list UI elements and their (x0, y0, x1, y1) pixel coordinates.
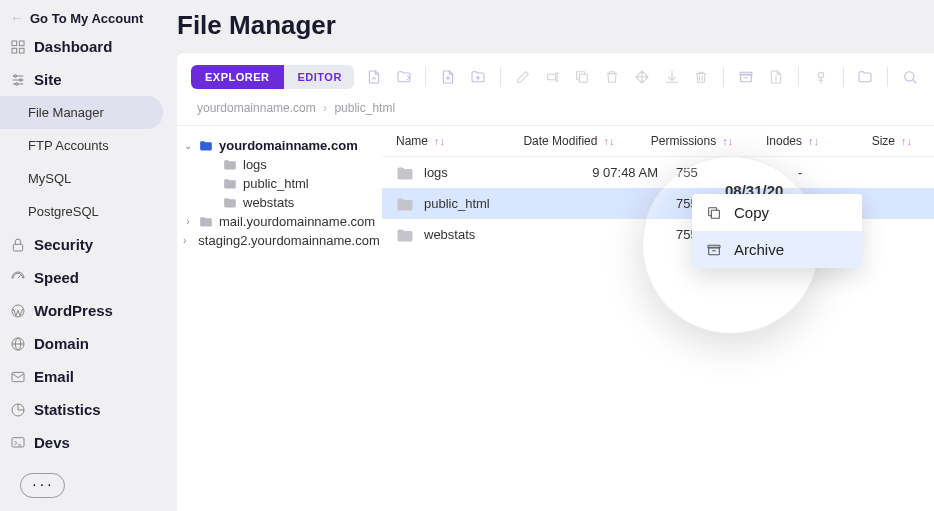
tree-item-staging[interactable]: › staging2.yourdomainname.com (183, 231, 376, 250)
col-inodes[interactable]: Inodes↑↓ (766, 134, 872, 148)
nav-statistics[interactable]: Statistics (0, 393, 177, 426)
svg-line-11 (18, 275, 21, 278)
nav-devs[interactable]: Devs (0, 426, 177, 459)
nav-dashboard[interactable]: Dashboard (0, 30, 177, 63)
file-inodes: - (798, 165, 910, 180)
col-size[interactable]: Size↑↓ (872, 134, 920, 148)
col-name[interactable]: Name↑↓ (396, 134, 523, 148)
new-folder-icon[interactable] (468, 67, 488, 87)
breadcrumb: yourdomainname.com › public_html (177, 101, 934, 125)
tree-item-mail[interactable]: › mail.yourdomainname.com (183, 212, 376, 231)
new-file-icon[interactable] (438, 67, 458, 87)
folder-icon (199, 216, 213, 228)
tree-item-label: public_html (243, 176, 309, 191)
tab-explorer[interactable]: EXPLORER (191, 65, 284, 89)
nav-mysql[interactable]: MySQL (0, 162, 177, 195)
file-name: webstats (424, 227, 541, 242)
back-link-label: Go To My Account (30, 11, 143, 26)
svg-rect-3 (19, 48, 24, 53)
col-permissions[interactable]: Permissions↑↓ (651, 134, 766, 148)
nav-ftp-accounts[interactable]: FTP Accounts (0, 129, 177, 162)
tree-item-webstats[interactable]: webstats (207, 193, 376, 212)
folder-tree: ⌄ yourdomainname.com logs (177, 126, 382, 511)
tool-finder-button[interactable]: · · · (20, 473, 65, 498)
nav-security[interactable]: Security (0, 228, 177, 261)
archive-icon (706, 242, 722, 258)
nav-mysql-label: MySQL (28, 171, 71, 186)
folder-settings-icon[interactable] (856, 67, 876, 87)
tree-root[interactable]: ⌄ yourdomainname.com (183, 136, 376, 155)
rename-icon[interactable] (543, 67, 563, 87)
copy-icon[interactable] (572, 67, 592, 87)
archive-icon[interactable] (736, 67, 756, 87)
svg-point-33 (818, 72, 823, 77)
file-row-logs[interactable]: logs 9 07:48 AM 755 - (382, 157, 934, 188)
nav-speed-label: Speed (34, 269, 79, 286)
download-icon[interactable] (662, 67, 682, 87)
context-archive-label: Archive (734, 241, 784, 258)
mail-icon (10, 369, 26, 385)
search-icon[interactable] (900, 67, 920, 87)
svg-rect-18 (12, 437, 24, 446)
globe-icon (10, 336, 26, 352)
terminal-icon (10, 435, 26, 451)
new-file-small-icon[interactable] (364, 67, 384, 87)
svg-rect-38 (708, 245, 720, 248)
svg-rect-30 (740, 72, 752, 75)
svg-rect-10 (13, 244, 22, 251)
breadcrumb-root[interactable]: yourdomainname.com (197, 101, 316, 115)
tree-root-label: yourdomainname.com (219, 138, 358, 153)
tree-item-public-html[interactable]: public_html (207, 174, 376, 193)
tab-editor[interactable]: EDITOR (284, 65, 354, 89)
svg-rect-16 (12, 372, 24, 381)
svg-rect-26 (580, 74, 588, 82)
breadcrumb-current: public_html (334, 101, 395, 115)
nav-site[interactable]: Site (0, 63, 177, 96)
new-folder-small-icon[interactable] (394, 67, 414, 87)
nav-file-manager[interactable]: File Manager (0, 96, 163, 129)
edit-icon[interactable] (513, 67, 533, 87)
svg-rect-0 (12, 41, 17, 46)
nav-email-label: Email (34, 368, 74, 385)
nav-statistics-label: Statistics (34, 401, 101, 418)
nav-domain[interactable]: Domain (0, 327, 177, 360)
nav-speed[interactable]: Speed (0, 261, 177, 294)
tree-item-label: staging2.yourdomainname.com (198, 233, 379, 248)
wordpress-icon (10, 303, 26, 319)
svg-rect-2 (12, 48, 17, 53)
explorer-editor-toggle: EXPLORER EDITOR (191, 65, 354, 89)
svg-rect-24 (547, 74, 555, 79)
folder-icon (396, 228, 414, 242)
context-menu: Copy Archive (692, 194, 862, 268)
folder-icon (223, 197, 237, 209)
chevron-right-icon: › (323, 101, 327, 115)
nav-file-manager-label: File Manager (28, 105, 104, 120)
sidebar: ← Go To My Account Dashboard Site File M… (0, 0, 177, 511)
tree-item-label: mail.yourdomainname.com (219, 214, 375, 229)
nav-email[interactable]: Email (0, 360, 177, 393)
file-manager-panel: EXPLORER EDITOR (177, 53, 934, 511)
file-permissions: 755 (676, 165, 798, 180)
sort-icon: ↑↓ (808, 135, 819, 147)
nav-wordpress[interactable]: WordPress (0, 294, 177, 327)
extract-icon[interactable] (766, 67, 786, 87)
trash-icon[interactable] (692, 67, 712, 87)
tree-item-logs[interactable]: logs (207, 155, 376, 174)
pill-label: · · · (33, 480, 52, 491)
sliders-icon (10, 72, 26, 88)
nav-ftp-label: FTP Accounts (28, 138, 109, 153)
context-copy[interactable]: Copy (692, 194, 862, 231)
move-icon[interactable] (632, 67, 652, 87)
permissions-icon[interactable] (811, 67, 831, 87)
toolbar: EXPLORER EDITOR (177, 53, 934, 101)
folder-icon (396, 166, 414, 180)
context-archive[interactable]: Archive (692, 231, 862, 268)
back-to-account-link[interactable]: ← Go To My Account (0, 6, 177, 30)
svg-line-35 (913, 80, 916, 83)
main: File Manager EXPLORER EDITOR (177, 0, 934, 511)
nav-postgresql-label: PostgreSQL (28, 204, 99, 219)
col-date-modified[interactable]: Date Modified↑↓ (523, 134, 650, 148)
delete-icon[interactable] (602, 67, 622, 87)
sort-icon: ↑↓ (434, 135, 445, 147)
nav-postgresql[interactable]: PostgreSQL (0, 195, 177, 228)
